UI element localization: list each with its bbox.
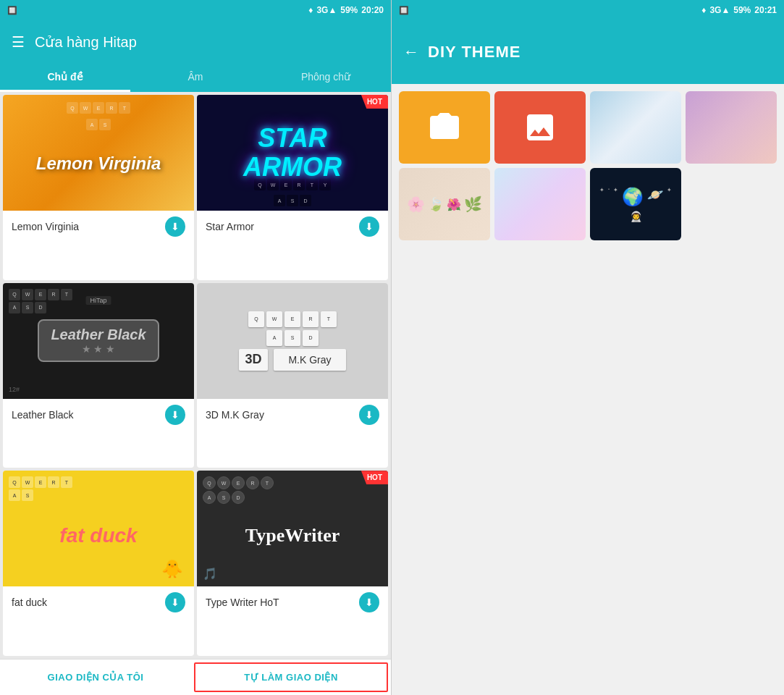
leather-title: Leather Black <box>51 327 146 343</box>
right-panel: 🔲 ♦ 3G▲ 59% 20:21 ← DIY THEME <box>392 0 784 695</box>
diy-button[interactable]: TỰ LÀM GIAO DIỆN <box>194 662 388 692</box>
planet-icon: 🌍 <box>622 187 644 207</box>
theme-card-mkgray[interactable]: Q W E R T A S D 3D M.K Gray <box>197 283 388 468</box>
theme-info-star: Star Armor ⬇ <box>197 211 388 243</box>
tab-phong-chu[interactable]: Phông chữ <box>261 64 391 92</box>
typewriter-key: D <box>232 491 245 504</box>
tab-am[interactable]: Âm <box>130 64 261 92</box>
floral-icon: 🌸 <box>407 195 425 213</box>
theme-card-typewriter[interactable]: HOT Q W E R T A S D TypeWriter <box>197 471 388 656</box>
typewriter-key: S <box>217 491 230 504</box>
key: T <box>61 289 72 300</box>
duck-emoji: 🐥 <box>161 559 183 579</box>
key: R <box>106 102 117 114</box>
star-dot: • <box>608 187 610 207</box>
theme-card-leather[interactable]: Q W E R T A S D HiTap Leather Black ★ <box>3 283 194 468</box>
theme-name-mkgray: 3D M.K Gray <box>206 409 264 421</box>
key: S <box>22 302 33 313</box>
theme-preview-leather: Q W E R T A S D HiTap Leather Black ★ <box>3 283 194 399</box>
diy-title: DIY THEME <box>428 43 520 62</box>
theme-preview-lemon: Q W E R T A S Lemon Virginia <box>3 95 194 211</box>
key: A <box>9 489 20 501</box>
lemon-virginia-text: Lemon Virginia <box>36 153 161 174</box>
diy-cell-clouds[interactable] <box>590 91 681 164</box>
diy-cell-empty <box>686 168 777 240</box>
theme-preview-star: HOT Q W E R T Y A S D <box>197 95 388 211</box>
typewriter-key: E <box>232 476 245 489</box>
right-status-bar: 🔲 ♦ 3G▲ 59% 20:21 <box>392 0 784 20</box>
hamburger-icon[interactable]: ☰ <box>12 33 25 51</box>
download-typewriter[interactable]: ⬇ <box>359 592 379 612</box>
theme-card-star[interactable]: HOT Q W E R T Y A S D <box>197 95 388 280</box>
download-leather[interactable]: ⬇ <box>165 405 185 425</box>
key: Q <box>67 102 78 114</box>
typewriter-key: T <box>261 476 274 489</box>
image-icon <box>523 110 557 145</box>
key: W <box>80 102 91 114</box>
star-dot: ✦ <box>613 187 618 207</box>
tabs-bar: Chủ đề Âm Phông chữ <box>0 64 391 92</box>
key: S <box>284 330 300 346</box>
theme-card-lemon[interactable]: Q W E R T A S Lemon Virginia Lemon Virgi… <box>3 95 194 280</box>
key: R <box>303 311 319 327</box>
typewriter-key: A <box>203 491 216 504</box>
download-lemon[interactable]: ⬇ <box>165 216 185 237</box>
key: S <box>22 489 33 501</box>
time-text: 20:20 <box>361 5 384 15</box>
key-3d: 3D <box>239 349 268 371</box>
battery-right: 59% <box>733 5 751 15</box>
left-panel: 🔲 ♦ 3G▲ 59% 20:20 ☰ Cửa hàng Hitap Chủ đ… <box>0 0 392 695</box>
music-icon: 🎵 <box>203 567 217 581</box>
leather-stars: ★ ★ ★ <box>51 343 146 355</box>
right-status-items: ♦ 3G▲ 59% 20:21 <box>701 5 777 15</box>
diy-cell-floral[interactable]: 🌸 🍃 🌺 🌿 <box>399 168 490 240</box>
themes-grid: Q W E R T A S Lemon Virginia Lemon Virgi… <box>0 92 391 659</box>
left-status-bar: 🔲 ♦ 3G▲ 59% 20:20 <box>0 0 391 20</box>
key: Q <box>9 289 20 300</box>
diy-cell-pastel[interactable] <box>494 168 586 240</box>
key: S <box>287 195 298 206</box>
key: T <box>61 476 72 488</box>
key: A <box>86 119 98 130</box>
key: R <box>48 476 59 488</box>
key: R <box>48 289 59 300</box>
diy-grid: 🌸 🍃 🌺 🌿 ✦ • ✦ 🌍 🪐 ✦ 👨‍🚀 <box>392 84 784 248</box>
key: E <box>35 289 46 300</box>
diy-cell-image[interactable] <box>494 91 586 164</box>
notification-icon: 🔲 <box>7 6 17 15</box>
theme-info-mkgray: 3D M.K Gray ⬇ <box>197 399 388 431</box>
left-title: Cửa hàng Hitap <box>35 33 137 51</box>
key: Q <box>9 476 20 488</box>
notification-icon-right: 🔲 <box>399 6 409 15</box>
theme-name-fatduck: fat duck <box>12 597 47 608</box>
left-header: ☰ Cửa hàng Hitap <box>0 20 391 64</box>
star-dot: ✦ <box>667 187 672 207</box>
diy-cell-camera[interactable] <box>399 91 490 164</box>
key: D <box>35 302 46 313</box>
diy-cell-gradient1[interactable] <box>686 91 777 164</box>
diy-cell-space[interactable]: ✦ • ✦ 🌍 🪐 ✦ 👨‍🚀 <box>590 168 681 240</box>
download-fatduck[interactable]: ⬇ <box>165 592 185 612</box>
tab-chu-de[interactable]: Chủ đề <box>0 64 130 92</box>
my-theme-button[interactable]: GIAO DIỆN CỦA TÔI <box>0 660 191 695</box>
key: E <box>35 476 46 488</box>
theme-info-fatduck: fat duck ⬇ <box>3 586 194 618</box>
fatduck-text: fat duck <box>59 524 137 547</box>
key: S <box>99 119 111 130</box>
theme-preview-fatduck: Q W E R T A S fat duck 🐥 <box>3 471 194 586</box>
back-icon[interactable]: ← <box>403 43 419 62</box>
key: W <box>266 311 282 327</box>
key: A <box>266 330 282 346</box>
leather-badge: Leather Black ★ ★ ★ <box>38 319 159 362</box>
theme-card-fatduck[interactable]: Q W E R T A S fat duck 🐥 fat duck <box>3 471 194 656</box>
key: E <box>284 311 300 327</box>
floral-icon: 🍃 <box>428 196 444 212</box>
typewriter-text: TypeWriter <box>245 525 340 547</box>
signal-right: 3G▲ <box>709 5 730 15</box>
download-star[interactable]: ⬇ <box>359 216 379 237</box>
star-dot: ✦ <box>599 187 604 207</box>
download-mkgray[interactable]: ⬇ <box>359 405 379 425</box>
key: D <box>303 330 319 346</box>
status-right-items: ♦ 3G▲ 59% 20:20 <box>308 5 384 15</box>
signal-text: 3G▲ <box>316 5 337 15</box>
